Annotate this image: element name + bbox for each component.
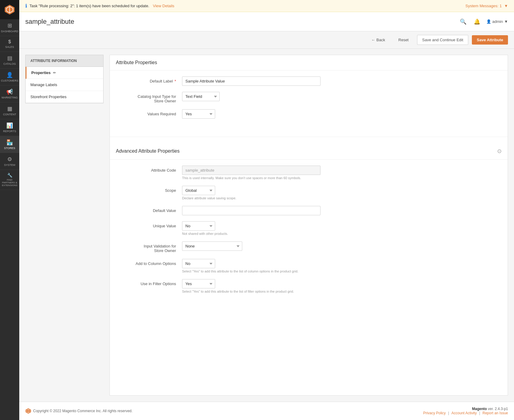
advanced-section-title: Advanced Attribute Properties — [116, 148, 180, 154]
values-required-row: Values Required Yes No — [116, 109, 502, 119]
sidebar-item-stores[interactable]: 🏪 STORES — [0, 136, 19, 153]
search-button[interactable]: 🔍 — [459, 17, 468, 26]
unique-value-hint: Not shared with other products. — [182, 232, 502, 235]
scope-field: Global Website Store View Declare attrib… — [182, 186, 502, 200]
system-messages-dropdown-icon[interactable]: ▼ — [504, 4, 508, 8]
save-attribute-button[interactable]: Save Attribute — [472, 35, 508, 45]
scope-hint: Declare attribute value saving scope. — [182, 196, 502, 200]
default-label-input[interactable] — [182, 76, 320, 86]
footer-logo: Copyright © 2022 Magento Commerce Inc. A… — [25, 408, 132, 414]
nav-item-storefront-properties[interactable]: Storefront Properties — [26, 91, 103, 103]
default-value-label: Default Value — [116, 206, 182, 213]
edit-icon: ✏ — [53, 71, 56, 75]
scope-row: Scope Global Website Store View Declare … — [116, 186, 502, 200]
nav-properties-label: Properties — [31, 70, 51, 75]
default-value-field — [182, 206, 502, 215]
content-area: ATTRIBUTE INFORMATION Properties ✏ Manag… — [19, 49, 514, 402]
nav-item-properties[interactable]: Properties ✏ — [26, 67, 103, 79]
footer-version-label: Magento — [472, 407, 487, 411]
add-to-column-label: Add to Column Options — [116, 259, 182, 266]
input-validation-select[interactable]: None Decimal Number Integer Number Email… — [182, 241, 242, 251]
catalog-input-type-select[interactable]: Text Field Text Area Date Yes/No Dropdow… — [182, 92, 220, 101]
header-actions: 🔍 🔔 👤 admin ▼ — [459, 17, 508, 26]
footer-links: Privacy Policy | Account Activity | Repo… — [423, 411, 508, 415]
catalog-icon: ▤ — [7, 55, 12, 61]
account-activity-link[interactable]: Account Activity — [451, 411, 477, 415]
catalog-input-type-field: Text Field Text Area Date Yes/No Dropdow… — [182, 92, 502, 101]
right-content: Attribute Properties Default Label * Cat… — [110, 55, 508, 396]
notification-bar: ℹ Task "Rule processing: 2": 1 item(s) h… — [19, 0, 514, 12]
attribute-properties-header: Attribute Properties — [110, 55, 508, 70]
sidebar-item-system[interactable]: ⚙ SYSTEM — [0, 153, 19, 170]
footer-right: Magento ver. 2.4.3-p1 Privacy Policy | A… — [423, 407, 508, 415]
nav-manage-labels-label: Manage Labels — [30, 82, 57, 87]
use-in-filter-field: Yes No Select "Yes" to add this attribut… — [182, 279, 502, 293]
page-title: sample_attribute — [25, 18, 74, 26]
sidebar-item-sales[interactable]: $ SALES — [0, 36, 19, 52]
content-icon: ▦ — [7, 105, 12, 112]
view-details-link[interactable]: View Details — [153, 4, 174, 8]
stores-icon: 🏪 — [6, 139, 13, 146]
use-in-filter-select[interactable]: Yes No — [182, 279, 215, 288]
admin-user-menu[interactable]: 👤 admin ▼ — [486, 19, 508, 24]
use-in-filter-row: Use in Filter Options Yes No Select "Yes… — [116, 279, 502, 293]
info-icon: ℹ — [25, 3, 27, 9]
privacy-policy-link[interactable]: Privacy Policy — [423, 411, 446, 415]
values-required-label: Values Required — [116, 109, 182, 116]
save-continue-button[interactable]: Save and Continue Edit — [417, 35, 469, 45]
reset-button[interactable]: Reset — [394, 35, 413, 45]
sidebar-item-extensions[interactable]: 🔧 FIND PARTNERS & EXTENSIONS — [0, 170, 19, 190]
input-validation-field: None Decimal Number Integer Number Email… — [182, 241, 502, 251]
sidebar-item-customers[interactable]: 👤 CUSTOMERS — [0, 69, 19, 86]
dashboard-icon: ⊞ — [8, 22, 12, 29]
nav-item-manage-labels[interactable]: Manage Labels — [26, 79, 103, 91]
use-in-filter-label: Use in Filter Options — [116, 279, 182, 286]
sidebar-item-dashboard[interactable]: ⊞ DASHBOARD — [0, 19, 19, 36]
default-value-input[interactable] — [182, 206, 320, 215]
panel-nav: Properties ✏ Manage Labels Storefront Pr… — [25, 67, 104, 103]
sidebar-item-reports[interactable]: 📊 REPORTS — [0, 119, 19, 136]
attribute-code-hint: This is used internally. Make sure you d… — [182, 176, 502, 180]
attribute-code-field: This is used internally. Make sure you d… — [182, 166, 502, 180]
default-label-row: Default Label * — [116, 76, 502, 86]
footer-version-number: ver. 2.4.3-p1 — [488, 407, 508, 411]
default-label-label: Default Label * — [116, 76, 182, 83]
back-button[interactable]: ← Back — [367, 35, 390, 45]
sidebar-item-marketing[interactable]: 📢 MARKETING — [0, 86, 19, 102]
footer-copyright-text: Copyright © 2022 Magento Commerce Inc. A… — [33, 409, 132, 413]
input-validation-row: Input Validation forStore Owner None Dec… — [116, 241, 502, 253]
attribute-code-row: Attribute Code This is used internally. … — [116, 166, 502, 180]
notifications-button[interactable]: 🔔 — [472, 17, 481, 26]
attribute-code-label: Attribute Code — [116, 166, 182, 173]
required-indicator: * — [175, 79, 176, 83]
customers-icon: 👤 — [6, 72, 13, 78]
sidebar-logo[interactable] — [0, 0, 19, 19]
notification-message: Task "Rule processing: 2": 1 item(s) hav… — [29, 4, 149, 8]
unique-value-select[interactable]: No Yes — [182, 221, 215, 231]
add-to-column-hint: Select "Yes" to add this attribute to th… — [182, 269, 502, 273]
add-to-column-field: No Yes Select "Yes" to add this attribut… — [182, 259, 502, 273]
add-to-column-select[interactable]: No Yes — [182, 259, 215, 268]
system-messages-link[interactable]: System Messages: 1 — [465, 4, 502, 8]
toolbar: ← Back Reset Save and Continue Edit Save… — [19, 31, 514, 49]
left-panel: ATTRIBUTE INFORMATION Properties ✏ Manag… — [25, 55, 104, 396]
values-required-select[interactable]: Yes No — [182, 109, 215, 119]
scope-select[interactable]: Global Website Store View — [182, 186, 215, 195]
reports-icon: 📊 — [6, 122, 13, 129]
sidebar-item-catalog[interactable]: ▤ CATALOG — [0, 52, 19, 69]
collapse-button[interactable]: ⊙ — [497, 148, 502, 154]
page-header: sample_attribute 🔍 🔔 👤 admin ▼ — [19, 12, 514, 31]
catalog-input-type-row: Catalog Input Type forStore Owner Text F… — [116, 92, 502, 103]
default-value-row: Default Value — [116, 206, 502, 215]
report-issue-link[interactable]: Report an Issue — [482, 411, 508, 415]
admin-user-icon: 👤 — [486, 19, 491, 24]
sidebar-item-content[interactable]: ▦ CONTENT — [0, 102, 19, 119]
system-icon: ⚙ — [7, 156, 12, 163]
footer: Copyright © 2022 Magento Commerce Inc. A… — [19, 402, 514, 420]
scope-label: Scope — [116, 186, 182, 193]
marketing-icon: 📢 — [6, 89, 13, 95]
unique-value-row: Unique Value No Yes Not shared with othe… — [116, 221, 502, 235]
use-in-filter-hint: Select "Yes" to add this attribute to th… — [182, 290, 502, 293]
attribute-properties-content: Default Label * Catalog Input Type forSt… — [110, 70, 508, 131]
attribute-code-input[interactable] — [182, 166, 320, 175]
